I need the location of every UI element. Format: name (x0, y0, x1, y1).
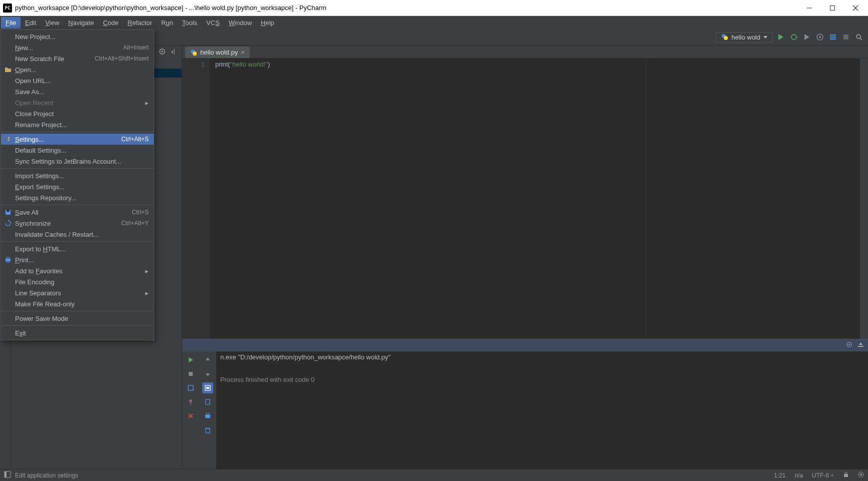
stop-button[interactable] (841, 32, 851, 42)
file-menu-item[interactable]: Close Project (1, 108, 154, 119)
actions-button[interactable] (828, 32, 838, 42)
tool-windows-toggle-icon[interactable] (4, 471, 11, 479)
file-menu-item[interactable]: Power Save Mode (1, 313, 154, 324)
menu-run[interactable]: Run (157, 17, 178, 29)
window-titlebar: PC python_worksapce [D:\develop\python\p… (0, 0, 868, 16)
menu-item-label: Default Settings... (15, 147, 67, 154)
menu-window[interactable]: Window (224, 17, 256, 29)
run-console-output[interactable]: n.exe "D:/develop/python/python_worksapc… (216, 351, 868, 469)
collapse-icon[interactable] (171, 48, 178, 57)
inspection-icon[interactable] (858, 471, 864, 479)
file-menu-item[interactable]: Make File Read-only (1, 298, 154, 309)
menu-item-label: Open Recent (15, 99, 54, 107)
debug-button[interactable] (789, 32, 799, 42)
menu-item-label: New... (15, 44, 33, 52)
file-menu-item[interactable]: SynchronizeCtrl+Alt+Y (1, 218, 154, 229)
menu-code[interactable]: Code (99, 17, 123, 29)
file-menu-item[interactable]: Export Settings... (1, 181, 154, 192)
down-stack-button[interactable] (202, 368, 213, 379)
file-menu-item[interactable]: Save As... (1, 86, 154, 97)
menu-item-label: New Project... (15, 33, 56, 41)
file-menu-item[interactable]: Import Settings... (1, 170, 154, 181)
file-menu-dropdown: New Project...New...Alt+InsertNew Scratc… (1, 29, 154, 340)
menu-item-label: Invalidate Caches / Restart... (15, 231, 99, 238)
soft-wrap-button[interactable] (202, 382, 213, 393)
svg-marker-38 (206, 357, 210, 360)
settings-gear-icon[interactable] (846, 341, 852, 349)
run-coverage-button[interactable] (802, 32, 812, 42)
file-menu-item[interactable]: Sync Settings to JetBrains Account... (1, 156, 154, 167)
svg-point-28 (848, 344, 850, 345)
run-button[interactable] (776, 32, 786, 42)
settings-gear-icon[interactable] (159, 48, 166, 57)
menu-item-label: Open URL... (15, 77, 51, 85)
file-menu-item[interactable]: New Project... (1, 31, 154, 42)
file-menu-item[interactable]: File Encoding (1, 276, 154, 287)
close-button[interactable] (185, 410, 196, 421)
rerun-button[interactable] (185, 354, 196, 365)
menu-item-label: Export Settings... (15, 183, 65, 191)
file-menu-item[interactable]: Add to Favorites▸ (1, 265, 154, 276)
file-menu-item[interactable]: Save AllCtrl+S (1, 207, 154, 218)
file-menu-item[interactable]: Open URL... (1, 75, 154, 86)
cursor-position[interactable]: 1:21 (774, 472, 785, 479)
print-button[interactable] (202, 410, 213, 421)
svg-rect-42 (206, 399, 210, 404)
stop-button[interactable] (185, 368, 196, 379)
svg-point-14 (819, 36, 821, 38)
menu-item-label: Synchronize (15, 220, 51, 227)
close-button[interactable] (844, 0, 867, 16)
menu-file[interactable]: File (1, 17, 21, 29)
restore-layout-button[interactable] (185, 382, 196, 393)
svg-marker-31 (189, 357, 193, 362)
menu-navigate[interactable]: Navigate (64, 17, 98, 29)
svg-rect-33 (188, 385, 193, 390)
file-menu-item[interactable]: New...Alt+Insert (1, 42, 154, 53)
code-body[interactable]: print("hello world!") (210, 59, 860, 339)
file-menu-item[interactable]: Settings Repository... (1, 192, 154, 203)
file-menu-item[interactable]: New Scratch FileCtrl+Alt+Shift+Insert (1, 53, 154, 64)
pycharm-app-icon: PC (3, 4, 12, 13)
line-separator-status[interactable]: n/a (794, 472, 803, 479)
code-editor[interactable]: 1 print("hello world!") (182, 59, 868, 339)
profile-button[interactable] (815, 32, 825, 42)
editor-tab[interactable]: hello wold.py × (185, 47, 250, 58)
encoding-status[interactable]: UTF-8 ÷ (812, 472, 834, 479)
hide-icon[interactable] (857, 341, 864, 349)
file-menu-item[interactable]: Settings...Ctrl+Alt+S (1, 134, 154, 145)
menu-edit[interactable]: Edit (21, 17, 41, 29)
file-menu-item[interactable]: Rename Project... (1, 119, 154, 130)
file-menu-item[interactable]: Export to HTML... (1, 243, 154, 254)
menu-item-label: Sync Settings to JetBrains Account... (15, 158, 121, 165)
menu-tools[interactable]: Tools (178, 17, 202, 29)
maximize-button[interactable] (821, 0, 844, 16)
file-menu-item[interactable]: Default Settings... (1, 145, 154, 156)
svg-point-34 (189, 399, 192, 402)
file-menu-item[interactable]: Exit (1, 327, 154, 338)
menu-item-label: Exit (15, 329, 26, 337)
tab-close-icon[interactable]: × (241, 49, 245, 56)
run-configuration-combo[interactable]: hello wold (716, 32, 773, 43)
file-menu-item[interactable]: Open... (1, 64, 154, 75)
svg-marker-6 (763, 36, 767, 39)
lock-icon[interactable] (843, 471, 849, 479)
pin-button[interactable] (185, 396, 196, 407)
up-stack-button[interactable] (202, 354, 213, 365)
minimize-button[interactable] (798, 0, 821, 16)
clear-all-button[interactable] (202, 424, 213, 435)
run-toolbar (182, 339, 868, 351)
menu-view[interactable]: View (41, 17, 64, 29)
file-menu-item[interactable]: Invalidate Caches / Restart... (1, 229, 154, 240)
menu-help[interactable]: Help (256, 17, 279, 29)
search-everywhere-button[interactable] (854, 32, 864, 42)
menu-vcs[interactable]: VCS (202, 17, 224, 29)
menu-refactor[interactable]: Refactor (123, 17, 157, 29)
file-menu-item[interactable]: Print... (1, 254, 154, 265)
run-tool-window: n.exe "D:/develop/python/python_worksapc… (182, 339, 868, 469)
sync-icon (4, 219, 12, 227)
editor-scrollbar[interactable] (860, 59, 868, 339)
python-file-icon (190, 49, 197, 56)
svg-marker-12 (804, 34, 809, 40)
scroll-to-end-button[interactable] (202, 396, 213, 407)
file-menu-item[interactable]: Line Separators▸ (1, 287, 154, 298)
